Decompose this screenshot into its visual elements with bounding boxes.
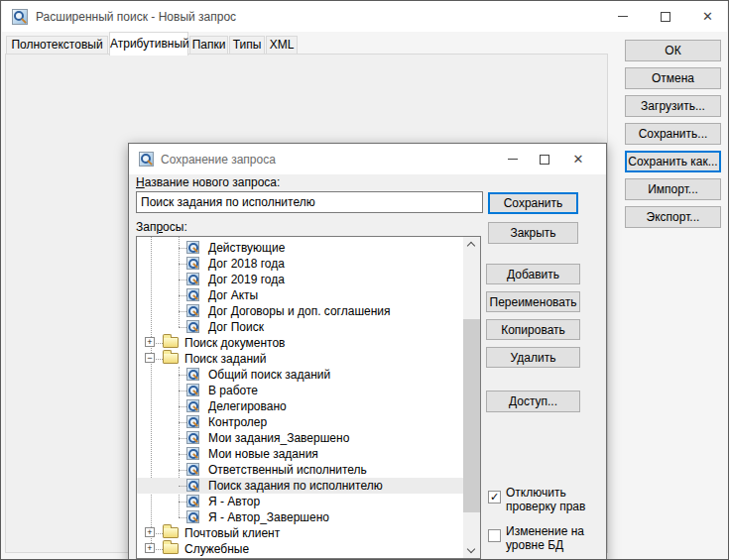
query-icon bbox=[186, 463, 199, 476]
tree-item[interactable]: Дог Акты bbox=[137, 287, 463, 303]
expand-icon[interactable]: + bbox=[145, 543, 155, 553]
disable-rights-check-label: Отключить проверку прав bbox=[506, 486, 585, 513]
export-button[interactable]: Экспорт... bbox=[625, 206, 721, 228]
query-icon bbox=[186, 368, 199, 381]
ok-button[interactable]: ОК bbox=[625, 40, 721, 61]
maximize-button[interactable] bbox=[529, 144, 560, 173]
scroll-down-button[interactable] bbox=[463, 543, 480, 558]
expand-icon[interactable]: + bbox=[145, 337, 155, 347]
tree-item[interactable]: Дог Поиск bbox=[137, 319, 463, 335]
tree-item[interactable]: Дог 2019 года bbox=[137, 272, 463, 287]
query-name-label: Название нового запроса: bbox=[136, 175, 280, 189]
tree-item[interactable]: +Поиск документов bbox=[137, 335, 463, 351]
maximize-icon bbox=[540, 155, 549, 165]
dialog-save-button[interactable]: Сохранить bbox=[488, 192, 578, 214]
dialog-titlebar: Сохранение запроса ✕ bbox=[129, 144, 606, 174]
tab-xml[interactable]: XML bbox=[266, 36, 298, 55]
query-icon bbox=[186, 288, 199, 301]
expand-icon[interactable]: + bbox=[145, 527, 155, 537]
query-icon bbox=[186, 257, 199, 270]
query-icon bbox=[186, 384, 199, 396]
folder-icon bbox=[163, 353, 179, 364]
tab-attributive[interactable]: Атрибутивный bbox=[109, 32, 188, 56]
save-query-dialog: Сохранение запроса ✕ Название нового зап… bbox=[128, 143, 607, 560]
db-level-change-checkbox[interactable] bbox=[488, 529, 501, 542]
query-icon bbox=[186, 447, 199, 460]
queries-label: Запросы: bbox=[136, 220, 187, 234]
query-icon bbox=[186, 273, 199, 285]
query-icon bbox=[186, 510, 199, 523]
query-icon bbox=[186, 415, 199, 428]
search-document-icon bbox=[12, 9, 28, 25]
query-icon bbox=[186, 495, 199, 507]
disable-rights-check-checkbox[interactable]: ✓ bbox=[488, 491, 501, 504]
scrollbar-thumb[interactable] bbox=[463, 319, 480, 512]
scrollbar[interactable] bbox=[463, 237, 480, 558]
tree-item[interactable]: Контролер bbox=[137, 414, 463, 430]
tree-item[interactable]: Мои новые задания bbox=[137, 446, 463, 462]
save-as-button[interactable]: Сохранить как... bbox=[625, 151, 721, 172]
chevron-up-icon bbox=[467, 242, 475, 250]
close-icon: ✕ bbox=[702, 9, 713, 24]
tree-item[interactable]: Делегировано bbox=[137, 398, 463, 414]
query-icon bbox=[186, 241, 199, 254]
copy-button[interactable]: Копировать bbox=[486, 319, 580, 340]
chevron-down-icon bbox=[467, 545, 475, 553]
folder-icon bbox=[163, 527, 179, 538]
search-document-icon bbox=[139, 152, 154, 167]
delete-button[interactable]: Удалить bbox=[486, 347, 580, 368]
tab-types[interactable]: Типы bbox=[229, 36, 265, 55]
close-button[interactable]: ✕ bbox=[562, 144, 594, 173]
tree-item[interactable]: Дог Договоры и доп. соглашения bbox=[137, 303, 463, 319]
collapse-icon[interactable]: − bbox=[145, 353, 155, 363]
tree-item[interactable]: Я - Автор bbox=[137, 494, 463, 509]
queries-tree-panel[interactable]: Действующие Дог 2018 года Дог 2019 года … bbox=[136, 236, 481, 559]
add-group-button[interactable]: Добавить группу... bbox=[486, 264, 580, 284]
tree-item[interactable]: В работе bbox=[137, 383, 463, 398]
checkmark-icon: ✓ bbox=[490, 491, 499, 503]
close-button[interactable]: ✕ bbox=[686, 1, 729, 31]
tree-item[interactable]: Общий поиск заданий bbox=[137, 367, 463, 383]
cancel-button[interactable]: Отмена bbox=[625, 67, 721, 89]
rename-button[interactable]: Переименовать bbox=[486, 291, 580, 312]
dialog-title: Сохранение запроса bbox=[161, 153, 276, 167]
scroll-up-button[interactable] bbox=[463, 237, 480, 252]
tree-item-selected[interactable]: Поиск задания по исполнителю bbox=[137, 478, 463, 494]
advanced-search-window: Расширенный поиск - Новый запрос ✕ Полно… bbox=[0, 0, 729, 560]
folder-icon bbox=[163, 337, 179, 348]
tree-item[interactable]: Действующие bbox=[137, 240, 463, 256]
close-icon: ✕ bbox=[573, 152, 584, 167]
query-icon bbox=[186, 479, 199, 492]
window-title: Расширенный поиск - Новый запрос bbox=[36, 10, 236, 24]
maximize-button[interactable] bbox=[644, 1, 686, 31]
tree-item[interactable]: Я - Автор_Завершено bbox=[137, 509, 463, 525]
minimize-button[interactable] bbox=[601, 1, 644, 31]
tree-item[interactable]: +Почтовый клиент bbox=[137, 525, 463, 541]
query-icon bbox=[186, 431, 199, 444]
query-icon bbox=[186, 304, 199, 317]
load-button[interactable]: Загрузить... bbox=[625, 95, 721, 117]
tree-item[interactable]: Дог 2018 года bbox=[137, 256, 463, 272]
access-button[interactable]: Доступ... bbox=[486, 391, 580, 412]
tab-fulltext[interactable]: Полнотекстовый bbox=[6, 36, 108, 55]
tree-item[interactable]: Ответственный исполнитель bbox=[137, 462, 463, 478]
query-icon bbox=[186, 399, 199, 412]
minimize-icon bbox=[508, 159, 518, 160]
query-icon bbox=[186, 320, 199, 333]
minimize-icon bbox=[618, 16, 628, 17]
tree-item[interactable]: Мои задания_Завершено bbox=[137, 430, 463, 446]
tree-item[interactable]: +Служебные bbox=[137, 541, 463, 557]
folder-icon bbox=[163, 543, 179, 554]
main-titlebar: Расширенный поиск - Новый запрос ✕ bbox=[2, 1, 727, 32]
tab-folders[interactable]: Папки bbox=[189, 36, 228, 55]
save-button[interactable]: Сохранить... bbox=[625, 123, 721, 145]
dialog-close-button[interactable]: Закрыть bbox=[488, 222, 578, 244]
db-level-change-label: Изменение на уровне БД bbox=[506, 524, 584, 552]
tree-item[interactable]: −Поиск заданий bbox=[137, 351, 463, 367]
maximize-icon bbox=[661, 12, 670, 22]
import-button[interactable]: Импорт... bbox=[625, 178, 721, 200]
minimize-button[interactable] bbox=[497, 144, 529, 173]
query-name-input[interactable] bbox=[136, 191, 483, 213]
